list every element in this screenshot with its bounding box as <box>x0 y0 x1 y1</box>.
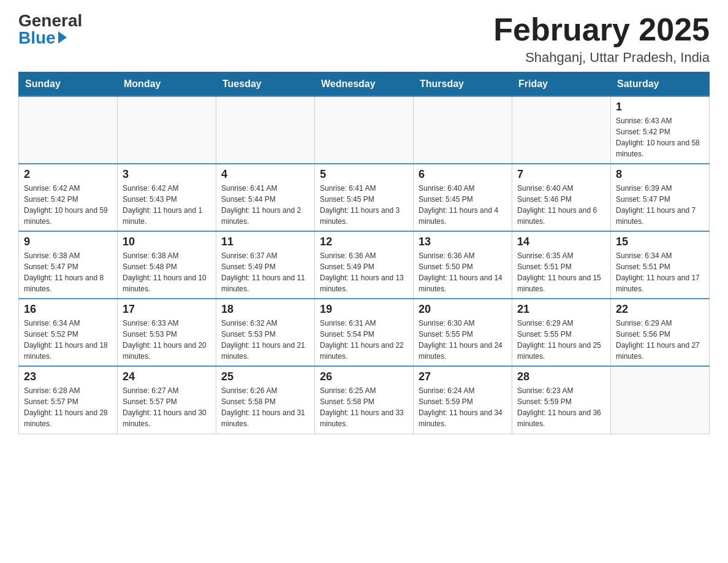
day-number: 11 <box>221 236 309 248</box>
day-info: Sunrise: 6:23 AMSunset: 5:59 PMDaylight:… <box>517 385 605 429</box>
calendar-cell: 14Sunrise: 6:35 AMSunset: 5:51 PMDayligh… <box>512 231 611 299</box>
day-number: 10 <box>123 236 211 248</box>
location-title: Shahganj, Uttar Pradesh, India <box>493 50 710 66</box>
calendar-cell: 12Sunrise: 6:36 AMSunset: 5:49 PMDayligh… <box>315 231 414 299</box>
calendar-cell <box>216 96 315 164</box>
logo-triangle-icon <box>58 31 67 44</box>
calendar-week-row: 1Sunrise: 6:43 AMSunset: 5:42 PMDaylight… <box>19 96 710 164</box>
day-info: Sunrise: 6:34 AMSunset: 5:52 PMDaylight:… <box>24 318 112 362</box>
weekday-header-thursday: Thursday <box>414 72 512 97</box>
calendar-cell: 9Sunrise: 6:38 AMSunset: 5:47 PMDaylight… <box>19 231 118 299</box>
day-info: Sunrise: 6:36 AMSunset: 5:50 PMDaylight:… <box>419 250 507 294</box>
calendar-cell: 22Sunrise: 6:29 AMSunset: 5:56 PMDayligh… <box>611 299 710 366</box>
calendar-cell: 10Sunrise: 6:38 AMSunset: 5:48 PMDayligh… <box>118 231 216 299</box>
day-number: 7 <box>517 168 605 181</box>
weekday-header-sunday: Sunday <box>19 72 118 97</box>
day-number: 2 <box>24 168 112 181</box>
calendar-cell: 19Sunrise: 6:31 AMSunset: 5:54 PMDayligh… <box>315 299 414 366</box>
day-number: 4 <box>221 168 309 181</box>
day-info: Sunrise: 6:29 AMSunset: 5:56 PMDaylight:… <box>616 318 704 362</box>
day-info: Sunrise: 6:36 AMSunset: 5:49 PMDaylight:… <box>320 250 408 294</box>
day-number: 12 <box>320 236 408 248</box>
month-title: February 2025 <box>493 12 710 47</box>
day-number: 18 <box>221 303 309 316</box>
day-number: 27 <box>419 370 507 383</box>
calendar-cell: 3Sunrise: 6:42 AMSunset: 5:43 PMDaylight… <box>118 164 216 231</box>
calendar-cell: 5Sunrise: 6:41 AMSunset: 5:45 PMDaylight… <box>315 164 414 231</box>
calendar-cell: 7Sunrise: 6:40 AMSunset: 5:46 PMDaylight… <box>512 164 611 231</box>
calendar-cell: 18Sunrise: 6:32 AMSunset: 5:53 PMDayligh… <box>216 299 315 366</box>
day-info: Sunrise: 6:40 AMSunset: 5:46 PMDaylight:… <box>517 183 605 227</box>
day-info: Sunrise: 6:25 AMSunset: 5:58 PMDaylight:… <box>320 385 408 429</box>
day-info: Sunrise: 6:43 AMSunset: 5:42 PMDaylight:… <box>616 115 704 159</box>
calendar-cell <box>315 96 414 164</box>
calendar-header-row: SundayMondayTuesdayWednesdayThursdayFrid… <box>19 72 710 97</box>
day-info: Sunrise: 6:28 AMSunset: 5:57 PMDaylight:… <box>24 385 112 429</box>
weekday-header-friday: Friday <box>512 72 611 97</box>
page-header: General Blue February 2025 Shahganj, Utt… <box>18 12 710 66</box>
day-number: 17 <box>123 303 211 316</box>
day-info: Sunrise: 6:31 AMSunset: 5:54 PMDaylight:… <box>320 318 408 362</box>
day-info: Sunrise: 6:38 AMSunset: 5:48 PMDaylight:… <box>123 250 211 294</box>
logo: General Blue <box>18 12 82 47</box>
day-number: 28 <box>517 370 605 383</box>
calendar-cell <box>118 96 216 164</box>
day-number: 5 <box>320 168 408 181</box>
calendar-cell <box>414 96 512 164</box>
calendar-cell: 16Sunrise: 6:34 AMSunset: 5:52 PMDayligh… <box>19 299 118 366</box>
calendar-cell: 26Sunrise: 6:25 AMSunset: 5:58 PMDayligh… <box>315 366 414 434</box>
day-info: Sunrise: 6:38 AMSunset: 5:47 PMDaylight:… <box>24 250 112 294</box>
calendar-cell <box>611 366 710 434</box>
day-info: Sunrise: 6:37 AMSunset: 5:49 PMDaylight:… <box>221 250 309 294</box>
day-number: 26 <box>320 370 408 383</box>
day-info: Sunrise: 6:29 AMSunset: 5:55 PMDaylight:… <box>517 318 605 362</box>
day-info: Sunrise: 6:33 AMSunset: 5:53 PMDaylight:… <box>123 318 211 362</box>
title-block: February 2025 Shahganj, Uttar Pradesh, I… <box>493 12 710 66</box>
calendar-week-row: 23Sunrise: 6:28 AMSunset: 5:57 PMDayligh… <box>19 366 710 434</box>
day-info: Sunrise: 6:35 AMSunset: 5:51 PMDaylight:… <box>517 250 605 294</box>
calendar-week-row: 2Sunrise: 6:42 AMSunset: 5:42 PMDaylight… <box>19 164 710 231</box>
day-number: 15 <box>616 236 704 248</box>
day-number: 14 <box>517 236 605 248</box>
calendar-cell: 25Sunrise: 6:26 AMSunset: 5:58 PMDayligh… <box>216 366 315 434</box>
calendar-cell <box>19 96 118 164</box>
calendar-cell: 17Sunrise: 6:33 AMSunset: 5:53 PMDayligh… <box>118 299 216 366</box>
day-number: 13 <box>419 236 507 248</box>
calendar-week-row: 16Sunrise: 6:34 AMSunset: 5:52 PMDayligh… <box>19 299 710 366</box>
day-number: 19 <box>320 303 408 316</box>
calendar-cell: 27Sunrise: 6:24 AMSunset: 5:59 PMDayligh… <box>414 366 512 434</box>
logo-blue-text: Blue <box>18 29 56 47</box>
calendar-table: SundayMondayTuesdayWednesdayThursdayFrid… <box>18 72 710 434</box>
calendar-cell <box>512 96 611 164</box>
day-number: 21 <box>517 303 605 316</box>
day-number: 22 <box>616 303 704 316</box>
logo-general-text: General <box>18 12 82 29</box>
calendar-cell: 24Sunrise: 6:27 AMSunset: 5:57 PMDayligh… <box>118 366 216 434</box>
day-info: Sunrise: 6:24 AMSunset: 5:59 PMDaylight:… <box>419 385 507 429</box>
weekday-header-monday: Monday <box>118 72 216 97</box>
day-info: Sunrise: 6:41 AMSunset: 5:44 PMDaylight:… <box>221 183 309 227</box>
day-number: 20 <box>419 303 507 316</box>
day-number: 23 <box>24 370 112 383</box>
day-info: Sunrise: 6:39 AMSunset: 5:47 PMDaylight:… <box>616 183 704 227</box>
day-info: Sunrise: 6:30 AMSunset: 5:55 PMDaylight:… <box>419 318 507 362</box>
day-info: Sunrise: 6:32 AMSunset: 5:53 PMDaylight:… <box>221 318 309 362</box>
calendar-cell: 8Sunrise: 6:39 AMSunset: 5:47 PMDaylight… <box>611 164 710 231</box>
calendar-cell: 15Sunrise: 6:34 AMSunset: 5:51 PMDayligh… <box>611 231 710 299</box>
weekday-header-saturday: Saturday <box>611 72 710 97</box>
day-number: 6 <box>419 168 507 181</box>
calendar-cell: 2Sunrise: 6:42 AMSunset: 5:42 PMDaylight… <box>19 164 118 231</box>
day-number: 8 <box>616 168 704 181</box>
day-number: 16 <box>24 303 112 316</box>
calendar-cell: 21Sunrise: 6:29 AMSunset: 5:55 PMDayligh… <box>512 299 611 366</box>
calendar-cell: 23Sunrise: 6:28 AMSunset: 5:57 PMDayligh… <box>19 366 118 434</box>
day-info: Sunrise: 6:40 AMSunset: 5:45 PMDaylight:… <box>419 183 507 227</box>
day-number: 9 <box>24 236 112 248</box>
day-info: Sunrise: 6:42 AMSunset: 5:43 PMDaylight:… <box>123 183 211 227</box>
day-info: Sunrise: 6:41 AMSunset: 5:45 PMDaylight:… <box>320 183 408 227</box>
day-number: 25 <box>221 370 309 383</box>
weekday-header-tuesday: Tuesday <box>216 72 315 97</box>
calendar-cell: 11Sunrise: 6:37 AMSunset: 5:49 PMDayligh… <box>216 231 315 299</box>
day-info: Sunrise: 6:26 AMSunset: 5:58 PMDaylight:… <box>221 385 309 429</box>
day-number: 24 <box>123 370 211 383</box>
